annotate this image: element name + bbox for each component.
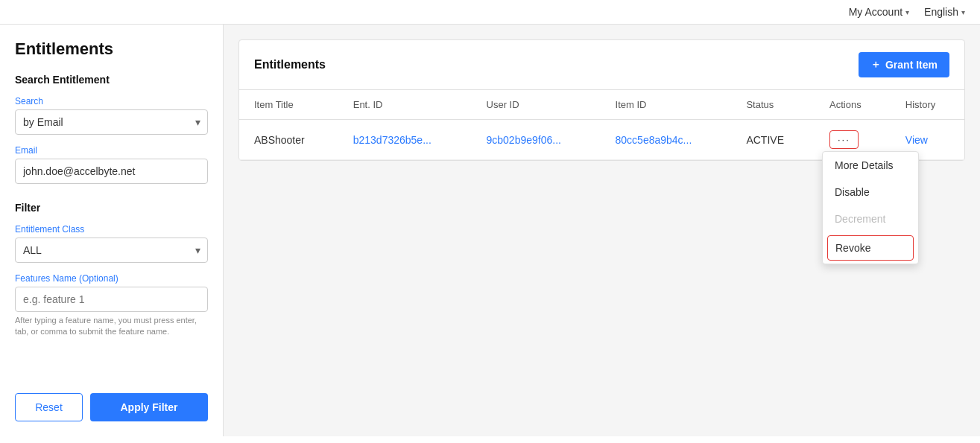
entitlement-class-select[interactable]: ALL APP GAME CODE bbox=[15, 238, 208, 263]
search-select[interactable]: by Email by User ID by Item ID bbox=[15, 109, 208, 135]
dropdown-disable[interactable]: Disable bbox=[823, 179, 918, 205]
grant-item-button[interactable]: ＋ Grant Item bbox=[859, 52, 949, 77]
features-name-input[interactable] bbox=[15, 287, 208, 312]
entitlement-class-select-wrapper: ALL APP GAME CODE bbox=[15, 238, 208, 263]
col-ent-id: Ent. ID bbox=[338, 90, 472, 120]
entitlement-class-label: Entitlement Class bbox=[15, 224, 208, 235]
cell-status: ACTIVE bbox=[731, 120, 815, 160]
sidebar: Entitlements Search Entitlement Search b… bbox=[0, 25, 224, 436]
cell-user-id: 9cb02b9e9f06... bbox=[472, 120, 601, 160]
cell-item-title: ABShooter bbox=[239, 120, 338, 160]
page-title: Entitlements bbox=[15, 39, 208, 59]
table-header-row: Item Title Ent. ID User ID Item ID Statu… bbox=[239, 90, 964, 120]
reset-button[interactable]: Reset bbox=[15, 393, 83, 421]
grant-item-label: Grant Item bbox=[885, 59, 938, 71]
actions-dropdown-menu: More Details Disable Decrement Revoke bbox=[822, 151, 919, 264]
search-select-wrapper: by Email by User ID by Item ID bbox=[15, 109, 208, 135]
language-chevron-icon: ▾ bbox=[961, 8, 965, 16]
my-account-chevron-icon: ▾ bbox=[905, 8, 909, 16]
language-label: English bbox=[924, 6, 958, 18]
cell-ent-id: b213d7326b5e... bbox=[338, 120, 472, 160]
col-actions: Actions bbox=[815, 90, 891, 120]
actions-button[interactable]: ··· bbox=[829, 130, 859, 149]
top-bar: My Account ▾ English ▾ bbox=[0, 0, 980, 25]
language-menu[interactable]: English ▾ bbox=[924, 6, 965, 18]
my-account-menu[interactable]: My Account ▾ bbox=[849, 6, 909, 18]
entitlements-table: Item Title Ent. ID User ID Item ID Statu… bbox=[239, 90, 964, 160]
history-view-link[interactable]: View bbox=[905, 134, 928, 146]
page-layout: Entitlements Search Entitlement Search b… bbox=[0, 25, 980, 436]
table-row: ABShooter b213d7326b5e... 9cb02b9e9f06..… bbox=[239, 120, 964, 160]
col-history: History bbox=[891, 90, 964, 120]
my-account-label: My Account bbox=[849, 6, 902, 18]
sidebar-buttons: Reset Apply Filter bbox=[15, 378, 208, 421]
filter-section: Filter Entitlement Class ALL APP GAME CO… bbox=[15, 202, 208, 348]
email-input[interactable] bbox=[15, 159, 208, 184]
dropdown-revoke[interactable]: Revoke bbox=[827, 235, 914, 261]
main-content: Entitlements ＋ Grant Item Item Title Ent… bbox=[224, 25, 980, 436]
content-card: Entitlements ＋ Grant Item Item Title Ent… bbox=[238, 39, 965, 161]
apply-filter-button[interactable]: Apply Filter bbox=[90, 393, 208, 421]
card-header: Entitlements ＋ Grant Item bbox=[239, 40, 964, 90]
actions-dropdown-wrapper: ··· More Details Disable Decrement Revok… bbox=[829, 130, 859, 149]
col-status: Status bbox=[731, 90, 815, 120]
cell-item-id: 80cc5e8a9b4c... bbox=[601, 120, 732, 160]
dropdown-more-details[interactable]: More Details bbox=[823, 152, 918, 179]
col-item-title: Item Title bbox=[239, 90, 338, 120]
filter-title: Filter bbox=[15, 202, 208, 214]
plus-icon: ＋ bbox=[870, 58, 881, 71]
search-section-title: Search Entitlement bbox=[15, 74, 208, 86]
search-label: Search bbox=[15, 96, 208, 106]
dropdown-decrement[interactable]: Decrement bbox=[823, 205, 918, 232]
email-label: Email bbox=[15, 145, 208, 156]
col-user-id: User ID bbox=[472, 90, 601, 120]
col-item-id: Item ID bbox=[601, 90, 732, 120]
cell-actions: ··· More Details Disable Decrement Revok… bbox=[815, 120, 891, 160]
features-hint-text: After typing a feature name, you must pr… bbox=[15, 315, 208, 338]
features-name-label: Features Name (Optional) bbox=[15, 273, 208, 284]
table-card-title: Entitlements bbox=[254, 58, 326, 71]
